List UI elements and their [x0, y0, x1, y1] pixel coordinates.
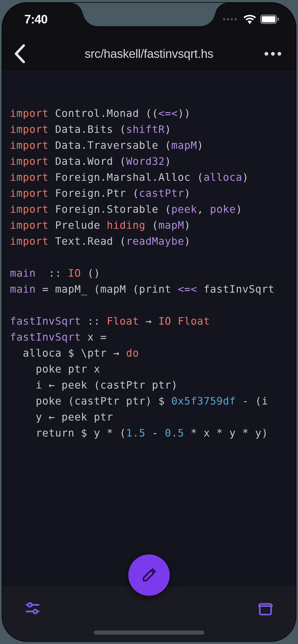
code-text: = mapM_ (mapM (print [36, 283, 178, 295]
code-text: poke (castPtr ptr) $ [10, 395, 171, 407]
paren: ) [184, 187, 191, 199]
status-time: 7:40 [24, 12, 47, 26]
symbol: mapM [158, 219, 184, 231]
keyword: import [10, 171, 49, 183]
unit: () [81, 267, 100, 279]
code-text: alloca $ \ptr → [10, 347, 126, 359]
paren: ) [184, 219, 191, 231]
comma: , [197, 203, 210, 215]
status-right [223, 15, 279, 24]
keyword: import [10, 155, 49, 167]
type: IO Float [158, 315, 210, 327]
number-hex: 0x5f3759df [171, 395, 236, 407]
edit-icon [141, 567, 157, 583]
files-button[interactable] [254, 597, 276, 619]
nav-bar: src/haskell/fastinvsqrt.hs ••• [2, 36, 296, 72]
symbol: peek [171, 203, 197, 215]
files-stack-icon [257, 600, 274, 617]
module: Prelude [49, 219, 107, 231]
keyword-hiding: hiding [107, 219, 145, 231]
keyword: import [10, 219, 49, 231]
keyword: import [10, 235, 49, 247]
keyword: import [10, 123, 49, 135]
phone-screen: 7:40 src/haskell/fastinvsqrt.hs ••• impo… [2, 3, 296, 641]
definition: fastInvSqrt [10, 331, 81, 343]
type: Float [107, 315, 139, 327]
battery-icon [260, 15, 279, 24]
paren: ) [184, 235, 191, 247]
file-path-title: src/haskell/fastinvsqrt.hs [85, 47, 213, 61]
code-text: return $ y * ( [10, 427, 126, 439]
paren: ) [197, 139, 203, 151]
code-text: fastInvSqrt [197, 283, 275, 295]
symbol: shiftR [126, 123, 165, 135]
module: Foreign.Storable ( [49, 203, 171, 215]
type: IO [68, 267, 81, 279]
number: 1.5 [126, 427, 145, 439]
module: Data.Bits ( [49, 123, 126, 135]
cellular-dots-icon [223, 18, 237, 20]
keyword: import [10, 139, 49, 151]
svg-point-4 [28, 603, 32, 607]
device-frame: 7:40 src/haskell/fastinvsqrt.hs ••• impo… [0, 0, 298, 644]
symbol: <=< [158, 107, 178, 119]
paren: ) [242, 171, 249, 183]
module: Control.Monad (( [49, 107, 158, 119]
back-button[interactable] [9, 43, 31, 65]
code-editor[interactable]: import Control.Monad ((<=<)) import Data… [2, 72, 296, 586]
definition: main [10, 267, 36, 279]
paren: ) [236, 203, 242, 215]
code-text: - [145, 427, 165, 439]
code-text: poke ptr x [10, 363, 100, 375]
definition: main [10, 283, 36, 295]
svg-rect-2 [277, 18, 279, 21]
operator: <=< [178, 283, 197, 295]
module: Data.Traversable ( [49, 139, 171, 151]
keyword: import [10, 187, 49, 199]
code-text: * x * y * y) [184, 427, 268, 439]
symbol: mapM [171, 139, 197, 151]
arrow: → [139, 315, 158, 327]
module: Foreign.Ptr ( [49, 187, 139, 199]
sliders-icon [25, 600, 41, 616]
definition: fastInvSqrt [10, 315, 81, 327]
edit-fab-button[interactable] [128, 554, 170, 596]
more-button[interactable]: ••• [263, 43, 285, 65]
code-content: import Control.Monad ((<=<)) import Data… [10, 105, 288, 441]
settings-sliders-button[interactable] [22, 597, 44, 619]
symbol: readMaybe [126, 235, 184, 247]
keyword: import [10, 203, 49, 215]
code-text: i ← peek (castPtr ptr) [10, 379, 178, 391]
operator: :: [36, 267, 68, 279]
module: Text.Read ( [49, 235, 126, 247]
symbol: alloca [204, 171, 242, 183]
module: Foreign.Marshal.Alloc ( [49, 171, 203, 183]
svg-rect-1 [262, 16, 275, 23]
wifi-icon [243, 15, 256, 24]
operator: :: [81, 315, 107, 327]
symbol: Word32 [126, 155, 165, 167]
paren: )) [178, 107, 191, 119]
keyword-do: do [126, 347, 139, 359]
paren: ( [145, 219, 158, 231]
code-text: - (i [236, 395, 275, 407]
paren: ) [165, 123, 171, 135]
code-text: y ← peek ptr [10, 411, 113, 423]
notch [83, 3, 215, 26]
home-indicator[interactable] [94, 630, 204, 635]
symbol: poke [210, 203, 236, 215]
keyword: import [10, 107, 49, 119]
module: Data.Word ( [49, 155, 126, 167]
svg-point-6 [33, 610, 37, 613]
paren: ) [165, 155, 171, 167]
number: 0.5 [165, 427, 184, 439]
code-text: x = [81, 331, 107, 343]
symbol: castPtr [139, 187, 184, 199]
